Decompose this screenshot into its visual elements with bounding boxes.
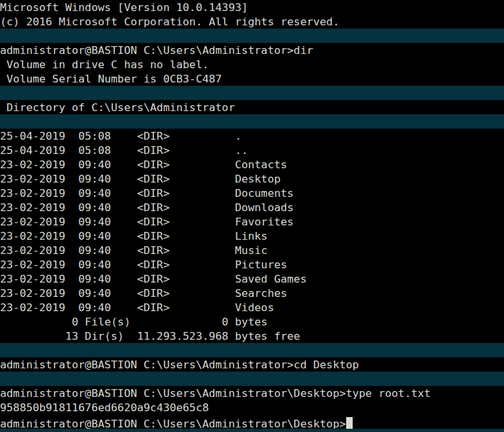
terminal-line: 23-02-2019 09:40 <DIR> Videos	[0, 300, 504, 314]
terminal-output: Microsoft Windows [Version 10.0.14393] (…	[0, 0, 504, 429]
terminal-line: administrator@BASTION C:\Users\Administr…	[0, 414, 504, 429]
terminal-line: 23-02-2019 09:40 <DIR> Music	[0, 243, 504, 257]
terminal-line: Volume in drive C has no label.	[0, 57, 504, 71]
terminal-line-text: Microsoft Windows [Version 10.0.14393]	[0, 1, 248, 14]
terminal-line-text: Directory of C:\Users\Administrator	[0, 101, 235, 114]
terminal-line: 23-02-2019 09:40 <DIR> Desktop	[0, 172, 504, 186]
terminal-line-text: Volume Serial Number is 0CB3-C487	[0, 72, 222, 85]
terminal-line: 23-02-2019 09:40 <DIR> Documents	[0, 186, 504, 200]
terminal-line: Directory of C:\Users\Administrator	[0, 100, 504, 114]
terminal-line: 23-02-2019 09:40 <DIR> Saved Games	[0, 272, 504, 286]
terminal-line-text: 25-04-2019 05:08 <DIR> ..	[0, 144, 248, 157]
terminal-line: administrator@BASTION C:\Users\Administr…	[0, 357, 504, 372]
terminal-line: 23-02-2019 09:40 <DIR> Downloads	[0, 200, 504, 214]
terminal-line-text: administrator@BASTION C:\Users\Administr…	[0, 417, 346, 429]
terminal-line: 23-02-2019 09:40 <DIR> Pictures	[0, 257, 504, 272]
terminal-line-text: 23-02-2019 09:40 <DIR> Desktop	[0, 172, 281, 185]
terminal-line: 23-02-2019 09:40 <DIR> Searches	[0, 286, 504, 300]
terminal-line-text: 23-02-2019 09:40 <DIR> Contacts	[0, 158, 287, 171]
terminal-line: 25-04-2019 05:08 <DIR> .	[0, 129, 504, 143]
terminal-line-text: 13 Dir(s) 11.293.523.968 bytes free	[0, 329, 300, 342]
terminal-line-text: 958850b91811676ed6620a9c430e65c8	[0, 401, 209, 414]
terminal-line: 958850b91811676ed6620a9c430e65c8	[0, 400, 504, 414]
terminal-line-text: 23-02-2019 09:40 <DIR> Documents	[0, 186, 294, 199]
terminal-line-text: 23-02-2019 09:40 <DIR> Favorites	[0, 215, 294, 228]
terminal-line: 23-02-2019 09:40 <DIR> Favorites	[0, 214, 504, 229]
terminal-line: 23-02-2019 09:40 <DIR> Contacts	[0, 157, 504, 172]
terminal-line: 13 Dir(s) 11.293.523.968 bytes free	[0, 329, 504, 343]
terminal-line-text: 23-02-2019 09:40 <DIR> Pictures	[0, 258, 287, 271]
text-cursor	[346, 417, 353, 429]
terminal-line	[0, 86, 504, 100]
terminal-line	[0, 343, 504, 357]
terminal-line-text: administrator@BASTION C:\Users\Administr…	[0, 387, 431, 400]
terminal-line: administrator@BASTION C:\Users\Administr…	[0, 386, 504, 400]
terminal-line: administrator@BASTION C:\Users\Administr…	[0, 43, 504, 57]
terminal-line	[0, 29, 504, 43]
terminal-line: 0 File(s) 0 bytes	[0, 314, 504, 329]
terminal-line: 25-04-2019 05:08 <DIR> ..	[0, 143, 504, 157]
terminal-line-text: administrator@BASTION C:\Users\Administr…	[0, 358, 359, 371]
terminal-line-text: 23-02-2019 09:40 <DIR> Downloads	[0, 201, 294, 214]
terminal-line-text: 0 File(s) 0 bytes	[0, 315, 268, 328]
terminal-line-text: (c) 2016 Microsoft Corporation. All righ…	[0, 15, 339, 28]
terminal-line-text: 23-02-2019 09:40 <DIR> Links	[0, 229, 268, 242]
terminal-line-text: 23-02-2019 09:40 <DIR> Music	[0, 244, 268, 257]
terminal-line: (c) 2016 Microsoft Corporation. All righ…	[0, 14, 504, 29]
terminal-line-text: Volume in drive C has no label.	[0, 58, 209, 71]
terminal-line-text: 23-02-2019 09:40 <DIR> Videos	[0, 301, 274, 314]
terminal-line: Microsoft Windows [Version 10.0.14393]	[0, 0, 504, 14]
terminal-line	[0, 372, 504, 386]
terminal-line-text: 23-02-2019 09:40 <DIR> Searches	[0, 286, 287, 299]
terminal-window[interactable]: Microsoft Windows [Version 10.0.14393] (…	[0, 0, 504, 432]
terminal-line-text: 25-04-2019 05:08 <DIR> .	[0, 129, 242, 142]
terminal-line: 23-02-2019 09:40 <DIR> Links	[0, 229, 504, 243]
terminal-line-text: 23-02-2019 09:40 <DIR> Saved Games	[0, 272, 307, 285]
terminal-line: Volume Serial Number is 0CB3-C487	[0, 71, 504, 86]
terminal-line-text: administrator@BASTION C:\Users\Administr…	[0, 44, 313, 57]
terminal-line	[0, 114, 504, 129]
